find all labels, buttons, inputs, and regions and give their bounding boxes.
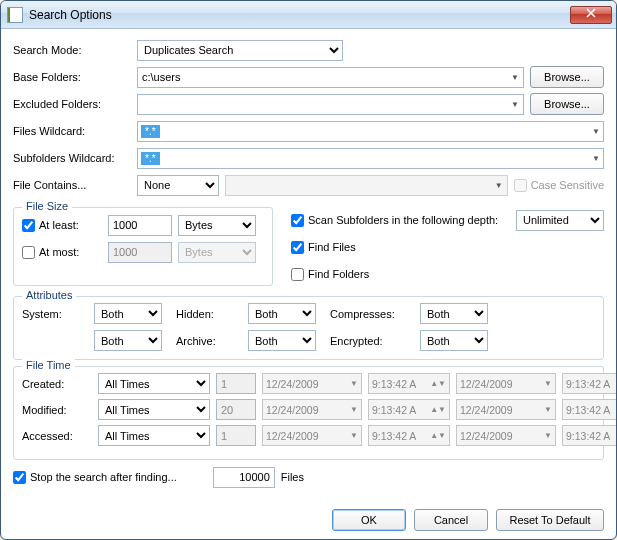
accessed-time1: 9:13:42 A▲▼ (368, 425, 450, 446)
spinner-icon: ▲▼ (430, 407, 446, 412)
titlebar: Search Options (1, 1, 616, 29)
attr-hidden-select[interactable]: Both (248, 303, 316, 324)
accessed-label: Accessed: (22, 430, 92, 442)
dialog-content: Search Mode: Duplicates Search Base Fold… (1, 29, 616, 501)
attr-system-label: System: (22, 308, 84, 320)
ok-button[interactable]: OK (332, 509, 406, 531)
find-files-checkbox[interactable]: Find Files (291, 241, 356, 254)
attributes-legend: Attributes (22, 289, 76, 301)
chevron-down-icon: ▼ (350, 431, 358, 440)
close-button[interactable] (570, 6, 612, 24)
created-mode-select[interactable]: All Times (98, 373, 210, 394)
accessed-time2: 9:13:42 A▲▼ (562, 425, 617, 446)
at-most-value-input (108, 242, 172, 263)
excluded-folders-label: Excluded Folders: (13, 98, 137, 110)
created-date1: 12/24/2009▼ (262, 373, 362, 394)
at-least-checkbox[interactable]: At least: (22, 219, 102, 232)
modified-n-input (216, 399, 256, 420)
chevron-down-icon: ▼ (350, 379, 358, 388)
dialog-footer: OK Cancel Reset To Default (1, 501, 616, 539)
file-size-group: File Size At least: Bytes At most: By (13, 207, 273, 286)
wildcard-tag: *.* (141, 152, 160, 165)
stop-after-value-input[interactable] (213, 467, 275, 488)
modified-mode-select[interactable]: All Times (98, 399, 210, 420)
attr-archive-label: Archive: (176, 335, 238, 347)
case-sensitive-checkbox: Case Sensitive (514, 179, 604, 192)
chevron-down-icon: ▼ (592, 127, 600, 136)
modified-time1: 9:13:42 A▲▼ (368, 399, 450, 420)
at-least-unit-select[interactable]: Bytes (178, 215, 256, 236)
attr-compresses-label: Compresses: (330, 308, 410, 320)
chevron-down-icon: ▼ (544, 405, 552, 414)
spinner-icon: ▲▼ (430, 433, 446, 438)
cancel-button[interactable]: Cancel (414, 509, 488, 531)
chevron-down-icon: ▼ (350, 405, 358, 414)
accessed-date1: 12/24/2009▼ (262, 425, 362, 446)
scan-subfolders-checkbox[interactable]: Scan Subfolders in the following depth: (291, 214, 498, 227)
close-icon (586, 8, 596, 18)
modified-time2: 9:13:42 A▲▼ (562, 399, 617, 420)
wildcard-tag: *.* (141, 125, 160, 138)
attr-compresses-select[interactable]: Both (420, 303, 488, 324)
browse-excluded-button[interactable]: Browse... (530, 93, 604, 115)
spinner-icon: ▲▼ (430, 381, 446, 386)
dialog-window: Search Options Search Mode: Duplicates S… (0, 0, 617, 540)
attr-hidden-label: Hidden: (176, 308, 238, 320)
chevron-down-icon: ▼ (495, 181, 503, 190)
chevron-down-icon: ▼ (544, 379, 552, 388)
file-contains-label: File Contains... (13, 179, 137, 191)
subfolders-wildcard-input[interactable]: *.* ▼ (137, 148, 604, 169)
created-time1: 9:13:42 A▲▼ (368, 373, 450, 394)
base-folders-label: Base Folders: (13, 71, 137, 83)
window-title: Search Options (29, 8, 570, 22)
stop-after-checkbox[interactable]: Stop the search after finding... (13, 471, 177, 484)
excluded-folders-input[interactable]: ▼ (137, 94, 524, 115)
accessed-date2: 12/24/2009▼ (456, 425, 556, 446)
file-time-legend: File Time (22, 359, 75, 371)
accessed-n-input (216, 425, 256, 446)
created-date2: 12/24/2009▼ (456, 373, 556, 394)
subfolders-wildcard-label: Subfolders Wildcard: (13, 152, 137, 164)
scan-depth-select[interactable]: Unlimited (516, 210, 604, 231)
at-most-unit-select: Bytes (178, 242, 256, 263)
reset-default-button[interactable]: Reset To Default (496, 509, 604, 531)
attr-encrypted-select[interactable]: Both (420, 330, 488, 351)
attributes-group: Attributes System: Both Hidden: Both Com… (13, 296, 604, 360)
file-contains-text-input: ▼ (225, 175, 508, 196)
file-contains-mode-select[interactable]: None (137, 175, 219, 196)
files-suffix-label: Files (281, 471, 304, 483)
base-folders-input[interactable]: c:\users▼ (137, 67, 524, 88)
search-mode-select[interactable]: Duplicates Search (137, 40, 343, 61)
files-wildcard-input[interactable]: *.* ▼ (137, 121, 604, 142)
created-time2: 9:13:42 A▲▼ (562, 373, 617, 394)
modified-date1: 12/24/2009▼ (262, 399, 362, 420)
files-wildcard-label: Files Wildcard: (13, 125, 137, 137)
chevron-down-icon: ▼ (592, 154, 600, 163)
file-time-group: File Time Created: All Times 12/24/2009▼… (13, 366, 604, 460)
find-folders-checkbox[interactable]: Find Folders (291, 268, 369, 281)
scan-options: Scan Subfolders in the following depth: … (291, 201, 604, 290)
at-most-checkbox[interactable]: At most: (22, 246, 102, 259)
app-icon (7, 7, 23, 23)
modified-label: Modified: (22, 404, 92, 416)
attr-unnamed-select[interactable]: Both (94, 330, 162, 351)
search-mode-label: Search Mode: (13, 44, 137, 56)
accessed-mode-select[interactable]: All Times (98, 425, 210, 446)
created-n-input (216, 373, 256, 394)
chevron-down-icon: ▼ (511, 73, 519, 82)
file-size-legend: File Size (22, 200, 72, 212)
created-label: Created: (22, 378, 92, 390)
chevron-down-icon: ▼ (544, 431, 552, 440)
browse-base-button[interactable]: Browse... (530, 66, 604, 88)
attr-archive-select[interactable]: Both (248, 330, 316, 351)
at-least-value-input[interactable] (108, 215, 172, 236)
attr-encrypted-label: Encrypted: (330, 335, 410, 347)
attr-system-select[interactable]: Both (94, 303, 162, 324)
modified-date2: 12/24/2009▼ (456, 399, 556, 420)
chevron-down-icon: ▼ (511, 100, 519, 109)
